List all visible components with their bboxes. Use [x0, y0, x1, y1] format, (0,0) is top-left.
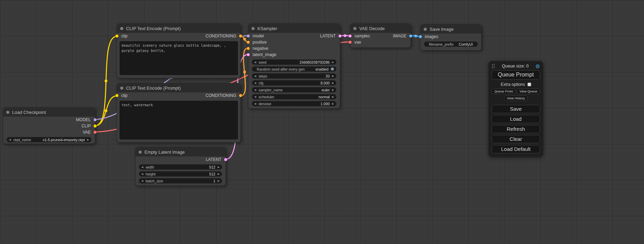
widget-width[interactable]: ◀ width 512 ▶: [139, 164, 222, 170]
input-slot-images: images: [421, 34, 481, 40]
samples-input-dot[interactable]: [349, 35, 352, 38]
node-ksampler[interactable]: KSampler model LATENT positive negative …: [248, 24, 340, 109]
decrement-arrow-icon[interactable]: ◀: [141, 173, 143, 175]
widget-seed[interactable]: ◀ seed 156680208700286 ▶: [252, 60, 336, 65]
node-save-image[interactable]: Save Image images filename_prefix ComfyU…: [420, 24, 482, 51]
slot-label: clip: [121, 34, 127, 38]
increment-arrow-icon[interactable]: ▶: [332, 61, 334, 63]
node-vae-decode[interactable]: VAE Decode samples IMAGE vae: [350, 24, 411, 48]
widget-label: scheduler: [258, 95, 274, 99]
clear-button[interactable]: Clear: [492, 135, 540, 143]
decrement-arrow-icon[interactable]: ◀: [254, 96, 256, 98]
increment-arrow-icon[interactable]: ▶: [87, 138, 89, 141]
decrement-arrow-icon[interactable]: ◀: [254, 82, 256, 84]
negative-input-dot[interactable]: [247, 47, 250, 50]
widget-denoise[interactable]: ◀ denoise 1.000 ▶: [252, 101, 336, 106]
decrement-arrow-icon[interactable]: ◀: [254, 89, 256, 91]
extra-options-checkbox[interactable]: [528, 83, 531, 86]
slot-row: model LATENT: [248, 33, 340, 39]
increment-arrow-icon[interactable]: ▶: [332, 89, 334, 91]
node-title-bar[interactable]: CLIP Text Encode (Prompt): [117, 83, 240, 92]
increment-arrow-icon[interactable]: ▶: [332, 102, 334, 105]
model-input-dot[interactable]: [247, 35, 250, 38]
widget-label: Random seed after every gen: [257, 67, 305, 71]
widget-random-seed-toggle[interactable]: Random seed after every gen enabled: [252, 66, 336, 72]
negative-prompt-text-field[interactable]: text, watermark: [120, 101, 238, 139]
widget-ckpt-name[interactable]: ◀ ckpt_name v1-5-pruned-emaonly.ckpt ▶: [7, 137, 91, 142]
increment-arrow-icon[interactable]: ▶: [218, 166, 220, 168]
clip-input-dot[interactable]: [115, 35, 118, 38]
vae-input-dot[interactable]: [349, 41, 352, 44]
node-clip-text-encode-negative[interactable]: CLIP Text Encode (Prompt) clip CONDITION…: [117, 83, 241, 143]
node-title-bar[interactable]: Empty Latent Image: [135, 147, 226, 156]
view-queue-button[interactable]: View Queue: [517, 89, 540, 94]
image-output-dot[interactable]: [409, 35, 412, 38]
increment-arrow-icon[interactable]: ▶: [332, 75, 334, 77]
decrement-arrow-icon[interactable]: ◀: [254, 102, 256, 105]
input-slot-positive: positive: [248, 39, 340, 45]
node-status-dot: [120, 87, 123, 90]
widget-scheduler[interactable]: ◀ scheduler normal ▶: [252, 94, 336, 99]
slot-label: latent_image: [253, 52, 276, 57]
node-clip-text-encode-positive[interactable]: CLIP Text Encode (Prompt) clip CONDITION…: [117, 24, 241, 78]
refresh-button[interactable]: Refresh: [492, 125, 540, 133]
widget-cfg[interactable]: ◀ cfg 8.000 ▶: [252, 80, 336, 85]
decrement-arrow-icon[interactable]: ◀: [141, 180, 143, 182]
widget-batch-size[interactable]: ◀ batch_size 1 ▶: [139, 178, 222, 183]
node-title-bar[interactable]: KSampler: [248, 24, 340, 33]
increment-arrow-icon[interactable]: ▶: [332, 82, 334, 84]
vae-output-dot[interactable]: [94, 131, 97, 134]
increment-arrow-icon[interactable]: ▶: [218, 173, 220, 175]
view-history-button[interactable]: View History: [504, 96, 528, 101]
widget-sampler-name[interactable]: ◀ sampler_name euler ▶: [252, 87, 336, 92]
node-title: CLIP Text Encode (Prompt): [126, 26, 181, 31]
conditioning-output-dot[interactable]: [239, 35, 242, 38]
queue-front-button[interactable]: Queue Front: [492, 89, 515, 94]
clip-input-dot[interactable]: [115, 94, 118, 97]
latent-image-input-dot[interactable]: [247, 53, 250, 56]
node-empty-latent-image[interactable]: Empty Latent Image LATENT ◀ width 512 ▶ …: [135, 147, 226, 186]
link-midpoint-dot: [243, 71, 246, 73]
workflow-actions: Save Load Refresh Clear Load Default: [492, 105, 540, 153]
toggle-enabled-dot[interactable]: [331, 67, 334, 71]
decrement-arrow-icon[interactable]: ◀: [254, 75, 256, 77]
output-slot-model: MODEL: [3, 117, 95, 123]
load-default-button[interactable]: Load Default: [492, 145, 540, 153]
widget-height[interactable]: ◀ height 512 ▶: [139, 171, 222, 177]
increment-arrow-icon[interactable]: ▶: [218, 180, 220, 182]
decrement-arrow-icon[interactable]: ◀: [254, 61, 256, 63]
decrement-arrow-icon[interactable]: ◀: [9, 138, 11, 141]
latent-output-dot[interactable]: [338, 35, 342, 38]
widget-filename-prefix[interactable]: filename_prefix ComfyUI: [424, 42, 478, 47]
load-button[interactable]: Load: [492, 115, 540, 123]
node-title-bar[interactable]: CLIP Text Encode (Prompt): [117, 24, 240, 33]
images-input-dot[interactable]: [419, 35, 422, 38]
node-load-checkpoint[interactable]: Load Checkpoint MODEL CLIP VAE ◀ ckpt_na…: [3, 107, 95, 144]
gear-icon[interactable]: ⚙: [536, 64, 540, 69]
queue-panel: Queue size: 0 ⚙ Queue Prompt Extra optio…: [488, 61, 543, 157]
model-output-dot[interactable]: [94, 118, 97, 121]
queue-size-label: Queue size: 0: [495, 64, 536, 69]
widget-label: filename_prefix: [429, 42, 453, 46]
node-status-dot: [424, 28, 427, 31]
increment-arrow-icon[interactable]: ▶: [332, 96, 334, 98]
node-title-bar[interactable]: Save Image: [421, 25, 481, 34]
widget-value: 1: [213, 179, 215, 183]
drag-handle[interactable]: [492, 64, 495, 69]
node-title-bar[interactable]: Load Checkpoint: [3, 108, 95, 117]
positive-input-dot[interactable]: [247, 41, 250, 44]
clip-output-dot[interactable]: [94, 125, 97, 128]
conditioning-output-dot[interactable]: [239, 94, 242, 97]
decrement-arrow-icon[interactable]: ◀: [141, 166, 143, 168]
widget-value: 1.000: [320, 102, 329, 106]
node-title-bar[interactable]: VAE Decode: [350, 24, 411, 33]
save-button[interactable]: Save: [492, 105, 540, 113]
widget-label: denoise: [258, 102, 271, 106]
widget-steps[interactable]: ◀ steps 20 ▶: [252, 73, 336, 79]
latent-output-dot[interactable]: [224, 158, 227, 161]
node-title: Save Image: [430, 27, 453, 32]
queue-prompt-button[interactable]: Queue Prompt: [492, 70, 540, 80]
slot-label: vae: [354, 40, 361, 45]
widget-label: sampler_name: [258, 88, 282, 92]
positive-prompt-text-field[interactable]: beautiful scenery nature glass bottle la…: [120, 41, 238, 75]
